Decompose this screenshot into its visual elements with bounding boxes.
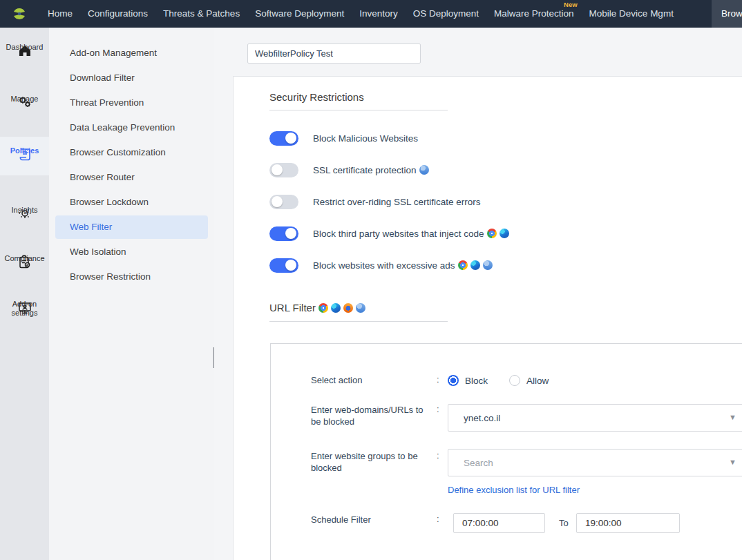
firefox-icon	[343, 303, 353, 313]
edge-icon	[470, 260, 480, 270]
toggle-ssl-certificate-protection[interactable]	[269, 163, 298, 177]
toggle-block-malicious-websites[interactable]	[269, 131, 298, 146]
toggle-label: Block Malicious Websites	[313, 133, 418, 144]
sidebar-item-download-filter[interactable]: Download Filter	[49, 66, 214, 90]
rail-item-addon-settings[interactable]: Add-on settings	[0, 294, 49, 325]
domains-input[interactable]	[448, 404, 742, 432]
toggle-restrict-ssl-errors[interactable]	[269, 195, 298, 209]
nav-configurations[interactable]: Configurations	[87, 0, 149, 28]
chrome-icon	[318, 303, 328, 313]
edge-icon	[331, 303, 341, 313]
nav-browsers-active[interactable]: Browsers	[712, 0, 742, 28]
toggle-label: SSL certificate protection	[313, 165, 417, 175]
icon-rail: Dashboard Manage Policies Insights	[0, 28, 49, 560]
schedule-filter-label: Schedule Filter	[311, 514, 427, 525]
chrome-icon	[487, 229, 497, 238]
sidebar-item-browser-restriction[interactable]: Browser Restriction	[49, 264, 214, 289]
rail-item-insights[interactable]: Insights	[0, 200, 49, 231]
sidebar-item-web-filter[interactable]: Web Filter	[55, 215, 208, 239]
ie-icon	[419, 165, 429, 175]
rail-item-policies[interactable]: Policies	[0, 137, 49, 175]
divider	[269, 110, 448, 110]
nav-inventory[interactable]: Inventory	[359, 0, 399, 28]
domains-label: Enter web-domains/URLs to be blocked	[311, 404, 427, 427]
colon: :	[437, 514, 439, 524]
toggle-row-ssl-protection: SSL certificate protection	[269, 162, 429, 177]
groups-search-input[interactable]	[448, 449, 742, 476]
toggle-knob	[272, 164, 283, 175]
toggle-row-block-excessive-ads: Block websites with excessive ads	[269, 258, 493, 273]
url-filter-header: URL Filter	[269, 302, 365, 313]
nav-mobile-device-mgmt[interactable]: Mobile Device Mgmt	[589, 0, 674, 28]
sidebar-item-browser-router[interactable]: Browser Router	[49, 165, 214, 190]
policy-name-input[interactable]	[247, 44, 421, 64]
dropdown-caret-icon[interactable]: ▼	[729, 458, 736, 466]
sidebar-item-browser-customization[interactable]: Browser Customization	[49, 140, 214, 165]
radio-allow-label[interactable]: Allow	[526, 376, 549, 386]
radio-block[interactable]	[448, 375, 459, 386]
sidebar-item-threat-prevention[interactable]: Threat Prevention	[49, 90, 214, 115]
toggle-block-excessive-ads[interactable]	[269, 258, 298, 273]
policies-sidebar: Add-on Management Download Filter Threat…	[49, 28, 214, 560]
dropdown-caret-icon[interactable]: ▼	[729, 413, 736, 421]
toggle-block-third-party-inject[interactable]	[269, 226, 298, 241]
security-restrictions-title: Security Restrictions	[269, 91, 364, 103]
radio-block-label[interactable]: Block	[465, 376, 488, 386]
sidebar-item-data-leakage-prevention[interactable]: Data Leakage Prevention	[49, 115, 214, 140]
toggle-knob	[272, 196, 283, 207]
schedule-to-input[interactable]	[576, 513, 680, 533]
nav-items: Home Configurations Threats & Patches So…	[0, 0, 674, 28]
toggle-label: Restrict over-riding SSL certificate err…	[313, 197, 481, 207]
toggle-row-block-malicious: Block Malicious Websites	[269, 131, 418, 146]
ie-icon	[483, 260, 493, 270]
nav-malware-protection[interactable]: Malware ProtectionNew	[493, 0, 575, 28]
rail-item-manage[interactable]: Manage	[0, 89, 49, 118]
toggle-knob	[285, 133, 296, 144]
url-filter-title: URL Filter	[269, 302, 316, 313]
nav-threats-patches[interactable]: Threats & Patches	[162, 0, 240, 28]
app-logo-icon[interactable]	[11, 6, 28, 22]
nav-software-deployment[interactable]: Software Deployment	[254, 0, 345, 28]
sidebar-item-addon-management[interactable]: Add-on Management	[49, 41, 214, 66]
sidebar-item-browser-lockdown[interactable]: Browser Lockdown	[49, 190, 214, 215]
radio-allow[interactable]	[509, 375, 520, 386]
new-badge: New	[564, 1, 578, 8]
toggle-label: Block third party websites that inject c…	[313, 229, 484, 239]
exclusion-list-link[interactable]: Define exclusion list for URL filter	[448, 485, 580, 495]
select-action-label: Select action	[311, 374, 427, 386]
toggle-knob	[285, 228, 296, 239]
colon: :	[437, 404, 439, 414]
to-label: To	[559, 518, 569, 528]
colon: :	[437, 374, 439, 385]
rail-item-dashboard[interactable]: Dashboard	[0, 37, 49, 66]
top-nav: Home Configurations Threats & Patches So…	[0, 0, 742, 28]
groups-label: Enter website groups to be blocked	[311, 450, 427, 474]
toggle-row-restrict-ssl-errors: Restrict over-riding SSL certificate err…	[269, 194, 481, 209]
ie-icon	[356, 303, 365, 313]
divider	[269, 321, 448, 322]
colon: :	[437, 450, 439, 461]
toggle-row-block-inject-code: Block third party websites that inject c…	[269, 226, 509, 241]
rail-item-compliance[interactable]: Compliance	[0, 249, 49, 279]
chrome-icon	[458, 260, 468, 270]
schedule-from-input[interactable]	[453, 513, 545, 533]
nav-home[interactable]: Home	[47, 0, 73, 28]
toggle-knob	[285, 260, 296, 271]
toggle-label: Block websites with excessive ads	[313, 260, 455, 271]
sidebar-item-web-isolation[interactable]: Web Isolation	[49, 240, 214, 264]
edge-icon	[500, 229, 509, 238]
nav-os-deployment[interactable]: OS Deployment	[412, 0, 479, 28]
